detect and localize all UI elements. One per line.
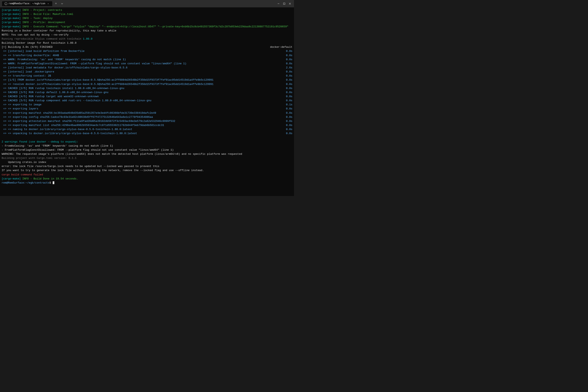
terminal-line: => => exporting manifest list sha256:429… bbox=[2, 123, 292, 128]
window-controls bbox=[276, 2, 292, 6]
terminal-line: cargo build command failed bbox=[2, 173, 292, 177]
close-button[interactable] bbox=[288, 2, 292, 6]
tab-dropdown-button[interactable] bbox=[60, 1, 64, 6]
terminal-line: Updating crates.io index bbox=[2, 160, 292, 164]
tab-close-button[interactable]: ✕ bbox=[46, 2, 50, 5]
terminal-line: => => exporting layers0.0s bbox=[2, 107, 292, 111]
terminal-line: 2 warnings found (use docker --debug to … bbox=[2, 140, 292, 144]
terminal-line: WARNING: The requested image's platform … bbox=[2, 152, 292, 156]
terminal-line: NOTE: You can opt out by doing --no-veri… bbox=[2, 33, 292, 37]
svg-rect-3 bbox=[284, 3, 285, 4]
active-tab[interactable]: >_ rem@RemSurface: ~/egb/con ✕ bbox=[2, 1, 52, 6]
terminal-line: [cargo-make] INFO - Profile: development bbox=[2, 20, 292, 24]
terminal-line: => => unpacking to docker.io/library/car… bbox=[2, 132, 292, 136]
terminal-line: rem@RemSurface:~/egb/contracts$ bbox=[2, 181, 292, 185]
terminal-line: => [internal] load metadata for docker.i… bbox=[2, 66, 292, 70]
terminal-line: => => exporting to image0.1s bbox=[2, 103, 292, 107]
terminal-line: [+] Building 3.0s (9/9) FINISHEDdocker:d… bbox=[2, 45, 292, 49]
svg-text:>_: >_ bbox=[5, 3, 7, 5]
title-bar: >_ rem@RemSurface: ~/egb/con ✕ + bbox=[0, 0, 294, 7]
terminal-line: => => resolve docker.io/offchainlabs/car… bbox=[2, 82, 292, 86]
terminal-line: Building project with Cargo.toml version… bbox=[2, 156, 292, 160]
tab-title: rem@RemSurface: ~/egb/con bbox=[8, 2, 45, 5]
terminal-line: [cargo-make] INFO - Execute Command: "ca… bbox=[2, 25, 292, 29]
terminal-line: => CACHED [4/5] RUN rustup target add wa… bbox=[2, 94, 292, 98]
tab-area: >_ rem@RemSurface: ~/egb/con ✕ + bbox=[2, 1, 275, 6]
terminal-line: - FromPlatformFlagConstDisallowed: FROM … bbox=[2, 148, 292, 152]
terminal-line: Running reproducible Stylus command with… bbox=[2, 37, 292, 41]
terminal-content[interactable]: [cargo-make] INFO - Project: contracts[c… bbox=[0, 7, 294, 196]
terminal-line: [cargo-make] INFO - Build Done in 19.54 … bbox=[2, 177, 292, 181]
terminal-line: => => transferring dockerfile: 404B0.0s bbox=[2, 54, 292, 58]
terminal-line: => WARN: FromAsCasing: 'as' and 'FROM' k… bbox=[2, 58, 292, 62]
terminal-line: Building Docker image for Rust toolchain… bbox=[2, 41, 292, 45]
terminal-window: >_ rem@RemSurface: ~/egb/con ✕ + bbox=[0, 0, 294, 196]
terminal-line: => [internal] load .dockerignore0.0s bbox=[2, 70, 292, 74]
terminal-line: [cargo-make] INFO - Project: contracts bbox=[2, 8, 292, 12]
terminal-line: => [internal] load build definition from… bbox=[2, 49, 292, 53]
minimize-button[interactable] bbox=[276, 2, 280, 6]
terminal-line bbox=[2, 136, 292, 140]
terminal-line: [cargo-make] INFO - Task: deploy bbox=[2, 16, 292, 20]
terminal-line: => => exporting manifest sha256:bc393ada… bbox=[2, 111, 292, 115]
terminal-line: => CACHED [5/5] RUN rustup component add… bbox=[2, 98, 292, 103]
terminal-line: [cargo-make] INFO - Build File: Makefile… bbox=[2, 12, 292, 16]
terminal-line: => CACHED [3/5] RUN rustup default 1.80.… bbox=[2, 90, 292, 94]
maximize-button[interactable] bbox=[282, 2, 286, 6]
terminal-line: => [1/5] FROM docker.io/offchainlabs/car… bbox=[2, 78, 292, 82]
terminal-line: - FromAsCasing: 'as' and 'FROM' keywords… bbox=[2, 144, 292, 148]
terminal-line: => => exporting attestation manifest sha… bbox=[2, 119, 292, 123]
tab-terminal-icon: >_ bbox=[4, 2, 7, 5]
terminal-line: => => naming to docker.io/library/cargo-… bbox=[2, 128, 292, 132]
terminal-line: Running in a Docker container for reprod… bbox=[2, 29, 292, 33]
terminal-line: => CACHED [2/5] RUN rustup toolchain ins… bbox=[2, 86, 292, 90]
terminal-line: If you want to try to generate the lock … bbox=[2, 168, 292, 172]
terminal-line: error: the lock file /source/Cargo.lock … bbox=[2, 164, 292, 168]
terminal-line: => => exporting config sha256:1adce78c03… bbox=[2, 115, 292, 119]
terminal-line: => => transferring context: 2B0.0s bbox=[2, 74, 292, 78]
terminal-line: => WARN: FromPlatformFlagConstDisallowed… bbox=[2, 62, 292, 66]
cursor bbox=[53, 181, 54, 184]
new-tab-button[interactable]: + bbox=[53, 1, 59, 6]
